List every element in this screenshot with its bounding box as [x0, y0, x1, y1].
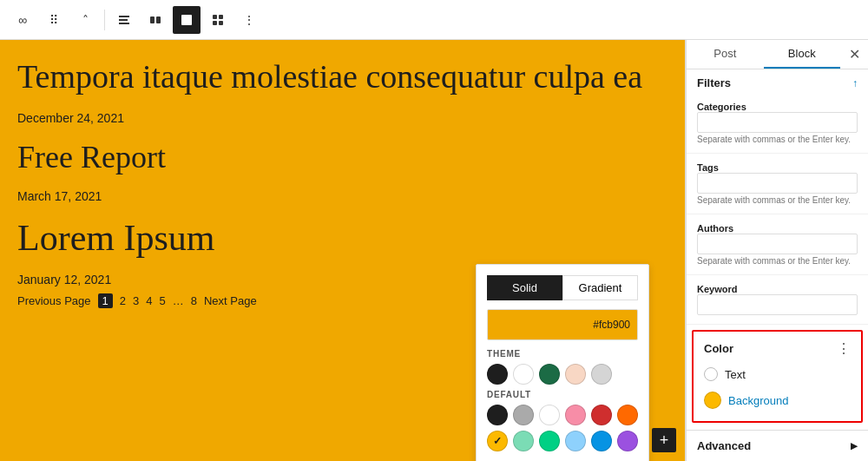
tags-input[interactable]: [697, 173, 858, 194]
text-color-label: Text: [725, 368, 746, 381]
more-options-button[interactable]: ⋮: [235, 6, 263, 34]
svg-rect-4: [156, 16, 161, 23]
svg-rect-1: [119, 19, 128, 21]
color-picker-popup: Solid Gradient #fcb900 THEME DEFAULT: [476, 264, 649, 461]
default-pink-swatch[interactable]: [565, 405, 586, 425]
post-title: Tempora itaque molestiae consequatur cul…: [17, 57, 667, 97]
page-2-link[interactable]: 2: [120, 294, 126, 307]
sidebar-tab-block[interactable]: Block: [764, 40, 841, 69]
move-button[interactable]: ˄: [71, 6, 99, 34]
post-date-2: March 17, 2021: [17, 189, 667, 203]
default-colors-row2: [487, 431, 638, 451]
top-toolbar: ∞ ⠿ ˄ ⋮: [0, 0, 868, 40]
toolbar-separator: [104, 10, 105, 30]
main-layout: Tempora itaque molestiae consequatur cul…: [0, 40, 868, 461]
theme-label: THEME: [487, 349, 638, 359]
categories-hint: Separate with commas or the Enter key.: [697, 135, 858, 144]
default-colors-row1: [487, 405, 638, 425]
background-color-swatch[interactable]: [704, 392, 721, 409]
color-preview[interactable]: #fcb900: [487, 309, 638, 340]
color-tabs: Solid Gradient: [487, 275, 638, 300]
tags-section: Tags Separate with commas or the Enter k…: [687, 154, 868, 214]
color-panel-title: Color: [704, 342, 733, 355]
keyword-label: Keyword: [697, 284, 858, 294]
categories-input[interactable]: [697, 112, 858, 133]
prev-page-link[interactable]: Previous Page: [17, 294, 91, 307]
post-subtitle-1: Free Report: [17, 139, 667, 175]
default-blue-swatch[interactable]: [591, 431, 612, 451]
keyword-section: Keyword: [687, 275, 868, 325]
text-color-option[interactable]: Text: [704, 364, 851, 385]
theme-darkgreen-swatch[interactable]: [539, 364, 560, 385]
page-ellipsis: …: [173, 294, 184, 307]
default-lightgreen-swatch[interactable]: [513, 431, 534, 451]
drag-button[interactable]: ⠿: [40, 6, 68, 34]
advanced-section: Advanced ▶: [687, 430, 868, 461]
sidebar-tab-post[interactable]: Post: [687, 40, 764, 69]
right-sidebar: Post Block ✕ Filters ↑ Categories Separa…: [686, 40, 868, 461]
theme-colors-row: [487, 364, 638, 385]
page-4-link[interactable]: 4: [146, 294, 152, 307]
justify-button[interactable]: [141, 6, 169, 34]
align-button[interactable]: [110, 6, 138, 34]
tags-label: Tags: [697, 162, 858, 173]
default-red-swatch[interactable]: [591, 405, 612, 425]
theme-peach-swatch[interactable]: [565, 364, 586, 385]
text-color-radio[interactable]: [704, 367, 718, 381]
svg-rect-2: [119, 23, 129, 24]
default-green-swatch[interactable]: [539, 431, 560, 451]
svg-rect-3: [150, 16, 155, 23]
post-subtitle-2: Lorem Ipsum: [17, 217, 667, 259]
solid-tab[interactable]: Solid: [487, 275, 562, 300]
default-lightblue-swatch[interactable]: [565, 431, 586, 451]
svg-rect-0: [119, 16, 129, 17]
next-page-link[interactable]: Next Page: [204, 294, 257, 307]
default-label: DEFAULT: [487, 390, 638, 399]
content-area: Tempora itaque molestiae consequatur cul…: [0, 40, 686, 461]
default-purple-swatch[interactable]: [617, 431, 638, 451]
advanced-label: Advanced: [697, 439, 751, 452]
filters-toggle[interactable]: ↑: [852, 77, 858, 89]
link-button[interactable]: ∞: [9, 6, 36, 34]
filters-label: Filters: [697, 76, 731, 89]
default-black-swatch[interactable]: [487, 405, 508, 425]
authors-section: Authors Separate with commas or the Ente…: [687, 214, 868, 275]
list-view-button[interactable]: [173, 6, 201, 34]
default-orange-swatch[interactable]: [617, 405, 638, 425]
tags-hint: Separate with commas or the Enter key.: [697, 195, 858, 205]
page-1-link[interactable]: 1: [98, 293, 113, 308]
color-panel-more-button[interactable]: ⋮: [837, 340, 851, 357]
advanced-title[interactable]: Advanced ▶: [697, 439, 858, 452]
default-yellow-swatch[interactable]: [487, 431, 508, 451]
sidebar-header: Post Block ✕: [687, 40, 868, 69]
svg-rect-12: [219, 21, 223, 25]
color-hex-value: #fcb900: [593, 319, 630, 331]
theme-lightgray-swatch[interactable]: [591, 364, 612, 385]
advanced-chevron-icon: ▶: [851, 441, 858, 451]
background-color-option[interactable]: Background: [704, 388, 851, 412]
theme-black-swatch[interactable]: [487, 364, 508, 385]
page-8-link[interactable]: 8: [191, 294, 197, 307]
default-gray-swatch[interactable]: [513, 405, 534, 425]
authors-input[interactable]: [697, 234, 858, 254]
sidebar-close-button[interactable]: ✕: [840, 41, 868, 69]
keyword-input[interactable]: [697, 294, 858, 315]
svg-rect-10: [219, 15, 223, 19]
authors-label: Authors: [697, 223, 858, 234]
svg-rect-11: [213, 21, 217, 25]
background-color-label[interactable]: Background: [728, 394, 788, 407]
categories-label: Categories: [697, 102, 858, 112]
grid-view-button[interactable]: [204, 6, 232, 34]
filters-row: Filters ↑: [687, 69, 868, 93]
gradient-tab[interactable]: Gradient: [562, 275, 638, 300]
svg-rect-9: [213, 15, 217, 19]
default-white-swatch[interactable]: [539, 405, 560, 425]
color-panel: Color ⋮ Text Background: [692, 330, 863, 423]
theme-white-swatch[interactable]: [513, 364, 534, 385]
categories-section: Categories Separate with commas or the E…: [687, 93, 868, 154]
page-5-link[interactable]: 5: [160, 294, 166, 307]
add-block-button[interactable]: +: [652, 428, 676, 452]
authors-hint: Separate with commas or the Enter key.: [697, 256, 858, 266]
page-3-link[interactable]: 3: [133, 294, 139, 307]
color-panel-header: Color ⋮: [704, 340, 851, 357]
